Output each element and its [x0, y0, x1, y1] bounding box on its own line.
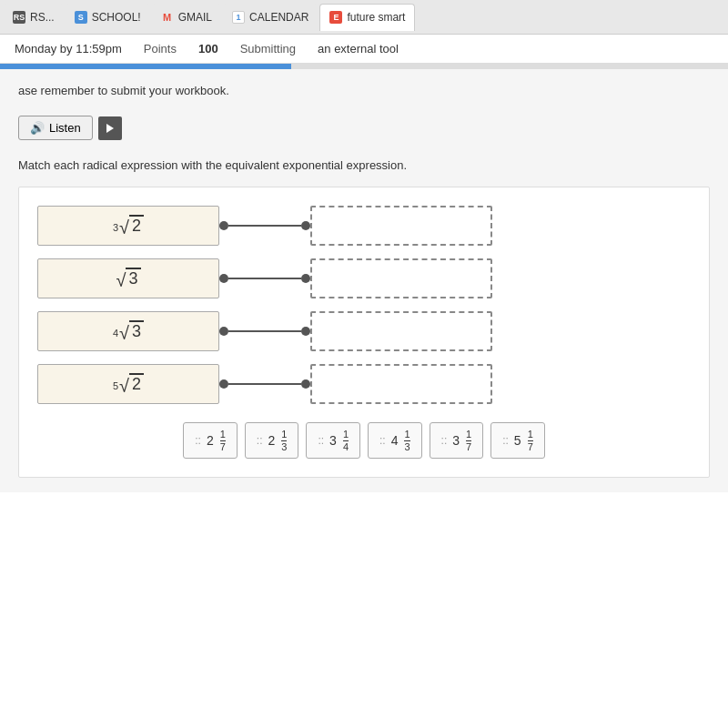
listen-area: 🔊 Listen — [18, 112, 710, 144]
assignment-header: Monday by 11:59pm Points 100 Submitting … — [0, 35, 728, 64]
radical-radicand-1: 2 — [129, 215, 144, 237]
right-box-2[interactable] — [310, 258, 492, 298]
radical-expr-4: 5 √ 2 — [113, 373, 144, 395]
main-content: ase remember to submit your workbook. 🔊 … — [0, 69, 728, 492]
drag-dots-3: :: — [318, 434, 324, 447]
tab-calendar-label: CALENDAR — [249, 11, 308, 24]
left-box-1[interactable]: 3 √ 2 — [37, 206, 219, 246]
tile-5-exp: 17 — [466, 429, 471, 452]
radical-index-3: 4 — [113, 328, 118, 339]
right-box-3[interactable] — [310, 311, 492, 351]
tile-6-exp: 17 — [528, 429, 533, 452]
radical-index-4: 5 — [113, 380, 118, 391]
match-row-2: √ 3 — [37, 258, 691, 298]
left-box-2[interactable]: √ 3 — [37, 258, 219, 298]
radical-radicand-3: 3 — [129, 320, 144, 342]
radical-expr-3: 4 √ 3 — [113, 320, 144, 342]
drag-dots-1: :: — [195, 434, 201, 447]
line-4 — [228, 383, 301, 385]
tab-future[interactable]: E future smart — [319, 4, 415, 31]
tile-4-base: 4 — [391, 433, 399, 448]
dot-left-1 — [219, 221, 228, 230]
line-1 — [228, 225, 301, 227]
tile-3-base: 3 — [329, 433, 337, 448]
submitting-label: Submitting — [240, 42, 296, 56]
tab-rs-label: RS... — [30, 11, 55, 24]
tab-gmail[interactable]: M GMAIL — [152, 4, 221, 31]
answer-tile-3[interactable]: :: 314 — [306, 422, 360, 459]
tile-4-exp: 13 — [404, 429, 410, 452]
radical-radicand-2: 3 — [126, 268, 140, 289]
instructions-text: Match each radical expression with the e… — [18, 158, 710, 172]
tile-2-exp: 13 — [281, 429, 287, 452]
left-box-4[interactable]: 5 √ 2 — [37, 364, 219, 404]
dot-left-4 — [219, 379, 228, 389]
match-row-3: 4 √ 3 — [37, 311, 691, 351]
radical-index-1: 3 — [113, 222, 118, 233]
future-icon: E — [329, 11, 342, 24]
connector-2 — [219, 274, 310, 283]
tab-gmail-label: GMAIL — [178, 11, 212, 24]
listen-button[interactable]: 🔊 Listen — [18, 116, 93, 140]
dot-right-3 — [301, 327, 310, 336]
play-button[interactable] — [98, 116, 122, 140]
drag-dots-4: :: — [379, 434, 386, 447]
right-box-1[interactable] — [310, 206, 492, 246]
rs-icon: RS — [13, 11, 25, 24]
due-date: Monday by 11:59pm — [15, 42, 122, 56]
tab-bar: RS RS... S SCHOOL! M GMAIL 1 CALENDAR E … — [0, 0, 728, 35]
tab-school[interactable]: S SCHOOL! — [66, 4, 150, 31]
connector-1 — [219, 221, 310, 230]
line-3 — [228, 330, 301, 332]
radical-expr-2: √ 3 — [116, 268, 141, 289]
radical-expr-1: 3 √ 2 — [113, 215, 144, 237]
answer-tiles-area: :: 217 :: 213 :: 314 :: 413 :: 317 — [37, 422, 691, 459]
match-row-4: 5 √ 2 — [37, 364, 691, 404]
drag-dots-2: :: — [257, 434, 263, 447]
answer-tile-5[interactable]: :: 317 — [430, 422, 484, 459]
dot-right-1 — [301, 221, 310, 230]
tab-rs[interactable]: RS RS... — [4, 4, 64, 31]
progress-bar — [0, 64, 728, 69]
tile-2-base: 2 — [268, 433, 275, 448]
tab-school-label: SCHOOL! — [92, 11, 141, 24]
connector-3 — [219, 327, 310, 336]
listen-label: Listen — [49, 121, 81, 135]
left-box-3[interactable]: 4 √ 3 — [37, 311, 219, 351]
connector-4 — [219, 379, 310, 389]
radical-radicand-4: 2 — [129, 373, 144, 395]
points-label: Points — [144, 42, 177, 56]
school-icon: S — [75, 11, 87, 24]
dot-right-4 — [301, 379, 310, 389]
answer-tile-2[interactable]: :: 213 — [245, 422, 299, 459]
tile-3-exp: 14 — [343, 429, 349, 452]
dot-left-3 — [219, 327, 228, 336]
gmail-icon: M — [161, 11, 174, 24]
match-row-1: 3 √ 2 — [37, 206, 691, 246]
answer-tile-1[interactable]: :: 217 — [183, 422, 238, 459]
matching-container: 3 √ 2 √ 3 — [18, 187, 710, 478]
right-box-4[interactable] — [310, 364, 492, 404]
tile-1-base: 2 — [207, 433, 214, 448]
tile-1-exp: 17 — [220, 429, 226, 452]
submit-reminder: ase remember to submit your workbook. — [18, 84, 710, 97]
calendar-icon: 1 — [232, 11, 245, 24]
points-value: 100 — [198, 42, 218, 56]
answer-tile-6[interactable]: :: 517 — [490, 422, 545, 459]
tile-5-base: 3 — [452, 433, 460, 448]
progress-fill — [0, 64, 291, 69]
tab-calendar[interactable]: 1 CALENDAR — [223, 4, 318, 31]
tile-6-base: 5 — [514, 433, 521, 448]
answer-tile-4[interactable]: :: 413 — [368, 422, 422, 459]
drag-dots-5: :: — [441, 434, 448, 447]
submitting-value: an external tool — [318, 42, 399, 56]
line-2 — [228, 278, 301, 279]
speaker-icon: 🔊 — [30, 121, 45, 135]
dot-left-2 — [219, 274, 228, 283]
drag-dots-6: :: — [502, 434, 509, 447]
tab-future-label: future smart — [347, 11, 405, 24]
dot-right-2 — [301, 274, 310, 283]
